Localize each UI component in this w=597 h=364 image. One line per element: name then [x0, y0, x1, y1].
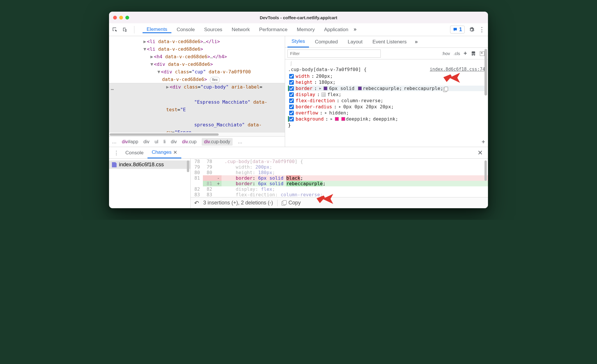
- changed-file-item[interactable]: index.8d6c6f18.css: [109, 160, 190, 169]
- dom-tree[interactable]: ▶<li data-v-ced68de6>…</li> ▼<li data-v-…: [109, 36, 285, 132]
- css-value[interactable]: 180px;: [319, 79, 336, 85]
- vertical-scrollbar[interactable]: [187, 160, 189, 206]
- css-property[interactable]: height: [296, 79, 312, 85]
- vertical-scrollbar[interactable]: [484, 160, 487, 195]
- cls-toggle[interactable]: .cls: [454, 51, 460, 56]
- window-title: DevTools - coffee-cart.netlify.app/cart: [109, 15, 488, 20]
- flex-editor-icon[interactable]: [322, 93, 326, 97]
- css-value[interactable]: hidden;: [329, 110, 349, 116]
- expand-shorthand-icon[interactable]: ▶: [331, 117, 333, 121]
- breadcrumb-item[interactable]: div: [143, 139, 149, 144]
- declaration-checkbox[interactable]: [289, 117, 294, 121]
- css-property[interactable]: background: [296, 116, 324, 122]
- css-value[interactable]: deeppink;: [340, 116, 371, 122]
- copy-button[interactable]: Copy: [282, 200, 301, 206]
- hov-toggle[interactable]: :hov: [442, 51, 450, 56]
- dom-breadcrumbs[interactable]: … div#app div ul li div div.cup div.cup-…: [109, 136, 285, 147]
- css-value[interactable]: column-reverse;: [341, 98, 384, 103]
- device-toolbar-icon[interactable]: [122, 27, 128, 33]
- expand-shorthand-icon[interactable]: ▶: [339, 105, 341, 109]
- breadcrumb-more[interactable]: …: [238, 139, 243, 144]
- annotation-arrow-icon: ➤: [449, 68, 462, 86]
- divider: [277, 200, 278, 206]
- selected-dom-node[interactable]: ⋯ ▶<div class="cup-body" aria-label= "Es…: [109, 83, 285, 132]
- gutter-actions-icon[interactable]: ⋯: [111, 85, 114, 93]
- tab-application[interactable]: Application: [320, 26, 352, 33]
- tab-styles[interactable]: Styles: [287, 36, 309, 47]
- drawer-tab-changes[interactable]: Changes ✕: [148, 147, 181, 158]
- declaration-checkbox[interactable]: [289, 74, 294, 79]
- tab-performance[interactable]: Performance: [255, 26, 292, 33]
- expand-shorthand-icon[interactable]: ▶: [325, 111, 327, 115]
- tab-memory[interactable]: Memory: [293, 26, 319, 33]
- declaration-checkbox[interactable]: [289, 111, 294, 115]
- declaration-checkbox[interactable]: [289, 86, 294, 91]
- css-declaration[interactable]: border-radius:▶0px 0px 20px 20px;: [288, 104, 485, 109]
- css-selector[interactable]: .cup-body[data-v-7a0f9f00] {: [288, 67, 367, 72]
- breadcrumb-more[interactable]: …: [112, 139, 117, 144]
- css-property[interactable]: overflow: [296, 110, 318, 116]
- paint-brush-icon[interactable]: [470, 51, 476, 56]
- css-value[interactable]: 0px 0px 20px 20px;: [343, 104, 394, 109]
- tab-event-listeners[interactable]: Event Listeners: [368, 36, 411, 47]
- more-tabs-icon[interactable]: »: [415, 39, 418, 45]
- expand-shorthand-icon[interactable]: ▶: [319, 86, 321, 90]
- gear-icon[interactable]: [469, 27, 475, 33]
- titlebar: DevTools - coffee-cart.netlify.app/cart: [109, 12, 488, 23]
- kebab-menu-icon[interactable]: ⋮: [479, 26, 485, 33]
- close-tab-icon[interactable]: ✕: [173, 149, 177, 156]
- close-drawer-icon[interactable]: ✕: [475, 147, 486, 158]
- breadcrumb-item[interactable]: div.cup: [182, 139, 197, 144]
- tab-computed[interactable]: Computed: [311, 36, 342, 47]
- tab-layout[interactable]: Layout: [344, 36, 367, 47]
- inspect-element-icon[interactable]: [112, 27, 118, 33]
- diff-code[interactable]: 7878.cup-body[data-v-7a0f9f00] { 7979 wi…: [191, 159, 488, 197]
- color-swatch-icon[interactable]: [358, 86, 362, 90]
- breadcrumb-item-active[interactable]: div.cup-body: [202, 138, 233, 146]
- css-property[interactable]: width: [296, 73, 310, 79]
- drawer-tab-console[interactable]: Console: [121, 147, 148, 158]
- tab-elements[interactable]: Elements: [143, 26, 171, 33]
- color-swatch-icon[interactable]: [341, 117, 345, 121]
- css-value[interactable]: 200px;: [316, 73, 333, 79]
- flex-badge[interactable]: flex: [210, 77, 220, 83]
- vertical-scrollbar[interactable]: [484, 49, 487, 145]
- css-declaration[interactable]: background:▶deeppink;deeppink;: [288, 116, 485, 122]
- breadcrumb-item[interactable]: ul: [155, 139, 158, 144]
- breadcrumb-item[interactable]: li: [164, 139, 166, 144]
- css-property[interactable]: display: [296, 92, 315, 97]
- breadcrumb-item[interactable]: div#app: [122, 139, 138, 144]
- css-property[interactable]: flex-direction: [296, 98, 335, 103]
- color-swatch-icon[interactable]: [324, 86, 327, 90]
- copy-icon: [282, 200, 287, 206]
- elements-pane: ▶<li data-v-ced68de6>…</li> ▼<li data-v-…: [109, 36, 285, 147]
- css-declaration[interactable]: display:flex;: [288, 92, 485, 97]
- css-value[interactable]: flex;: [327, 92, 341, 97]
- horizontal-scrollbar[interactable]: [109, 132, 285, 136]
- declaration-checkbox[interactable]: [289, 98, 294, 103]
- css-declaration[interactable]: flex-direction:column-reverse;: [288, 98, 485, 103]
- issues-button[interactable]: 1: [450, 26, 465, 33]
- css-declaration[interactable]: overflow:▶hidden;: [288, 110, 485, 116]
- color-swatch-icon[interactable]: [335, 117, 339, 121]
- declaration-checkbox[interactable]: [289, 92, 294, 97]
- css-value[interactable]: 6px solid rebeccapurple;: [329, 86, 402, 91]
- changed-file-name: index.8d6c6f18.css: [119, 162, 164, 168]
- copy-label: Copy: [289, 200, 301, 206]
- copy-icon[interactable]: [443, 87, 448, 92]
- more-tabs-icon[interactable]: »: [354, 26, 357, 33]
- undo-button[interactable]: ↶: [194, 199, 199, 206]
- tab-sources[interactable]: Sources: [200, 26, 226, 33]
- declaration-checkbox[interactable]: [289, 80, 294, 85]
- declaration-checkbox[interactable]: [289, 105, 294, 109]
- styles-filter-input[interactable]: [287, 50, 381, 58]
- drawer-kebab-icon[interactable]: ⋮: [111, 147, 121, 158]
- css-property[interactable]: border: [296, 86, 312, 91]
- breadcrumb-item[interactable]: div: [171, 139, 177, 144]
- drawer-tabs: ⋮ Console Changes ✕ ✕: [109, 147, 488, 159]
- tab-network[interactable]: Network: [228, 26, 254, 33]
- styles-sidebar-tabs: Styles Computed Layout Event Listeners »: [285, 36, 488, 48]
- tab-console[interactable]: Console: [173, 26, 199, 33]
- css-property[interactable]: border-radius: [296, 104, 332, 109]
- new-style-rule-icon[interactable]: +: [463, 50, 467, 57]
